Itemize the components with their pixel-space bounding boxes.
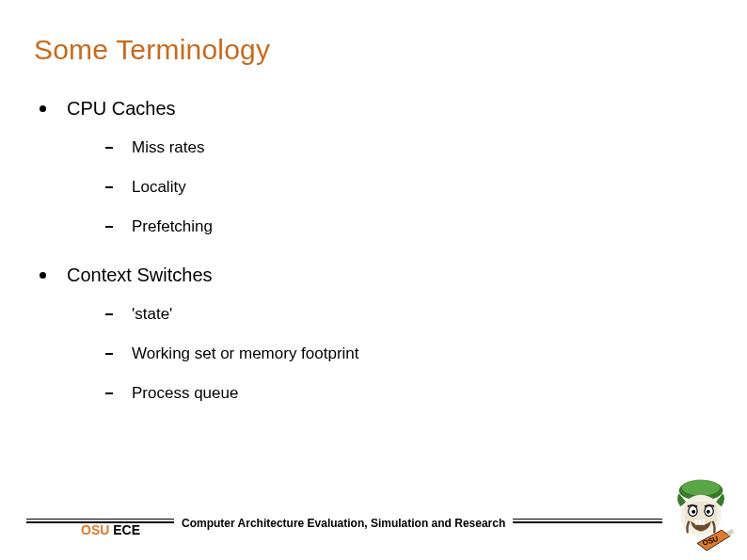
svg-point-6 [707,510,710,514]
sub-item: Working set or memory footprint [105,344,698,363]
bullet-item: CPU Caches [40,98,698,120]
sub-label: Miss rates [132,138,204,157]
svg-rect-9 [703,520,706,524]
bullet-label: Context Switches [67,264,213,286]
sub-item: Locality [105,178,698,197]
dash-icon [105,186,113,188]
sub-item: 'state' [105,305,698,324]
svg-point-1 [682,479,721,495]
sub-label: Process queue [132,384,238,403]
svg-rect-7 [695,520,698,524]
sub-list: 'state' Working set or memory footprint … [105,305,698,403]
sub-label: Prefetching [132,217,213,236]
dash-icon [105,313,113,315]
sub-item: Process queue [105,384,698,403]
footer: Computer Architecture Evaluation, Simula… [0,488,747,532]
svg-point-5 [691,510,695,514]
bullet-dot-icon [40,272,46,279]
sub-item: Prefetching [105,217,698,236]
footer-caption: Computer Architecture Evaluation, Simula… [182,517,505,530]
sub-label: 'state' [132,305,172,324]
sub-label: Locality [132,178,186,197]
bullet-dot-icon [40,105,46,112]
slide-title: Some Terminology [34,34,270,66]
dash-icon [105,392,113,394]
bullet-item: Context Switches [40,264,698,286]
svg-rect-8 [699,520,702,524]
sub-item: Miss rates [105,138,698,157]
sub-list: Miss rates Locality Prefetching [105,138,698,236]
bullet-label: CPU Caches [67,98,176,120]
dash-icon [105,226,113,228]
dash-icon [105,353,113,355]
mascot-icon: OSU [664,477,738,554]
dash-icon [105,147,113,149]
slide: Some Terminology CPU Caches Miss rates L… [0,0,747,560]
footer-caption-box: Computer Architecture Evaluation, Simula… [174,514,513,531]
sub-label: Working set or memory footprint [132,344,359,363]
content-area: CPU Caches Miss rates Locality Prefetchi… [40,98,698,431]
